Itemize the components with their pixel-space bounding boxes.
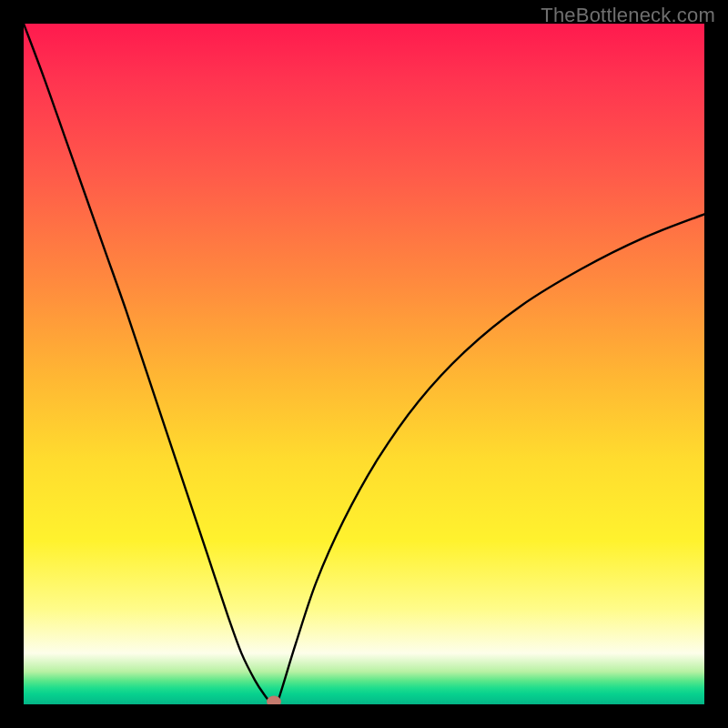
watermark-text: TheBottleneck.com <box>541 4 715 27</box>
outer-frame: TheBottleneck.com <box>0 0 728 728</box>
chart-area <box>24 24 704 704</box>
optimal-point-marker <box>267 696 281 705</box>
bottleneck-curve-path <box>24 24 704 704</box>
curve-svg <box>24 24 704 704</box>
